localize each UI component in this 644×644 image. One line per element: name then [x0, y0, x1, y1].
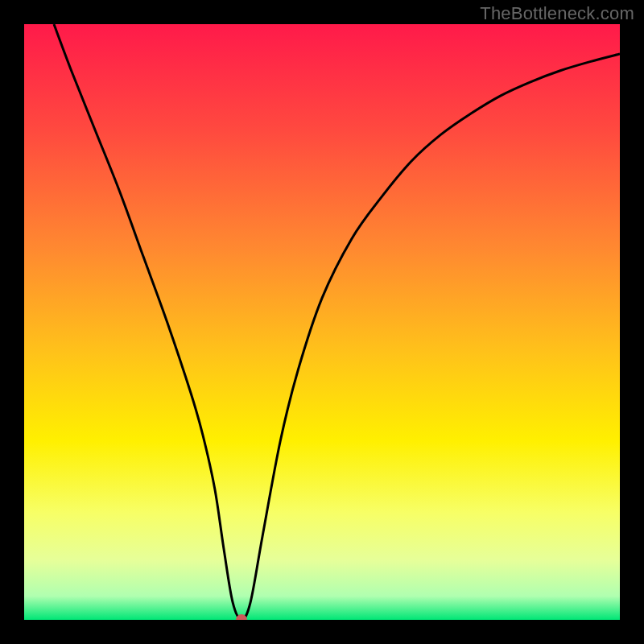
- optimal-point: [236, 614, 247, 620]
- bottleneck-curve: [54, 24, 620, 620]
- chart-frame: TheBottleneck.com: [0, 0, 644, 644]
- curve-layer: [24, 24, 620, 620]
- plot-area: [24, 24, 620, 620]
- watermark-text: TheBottleneck.com: [480, 3, 634, 24]
